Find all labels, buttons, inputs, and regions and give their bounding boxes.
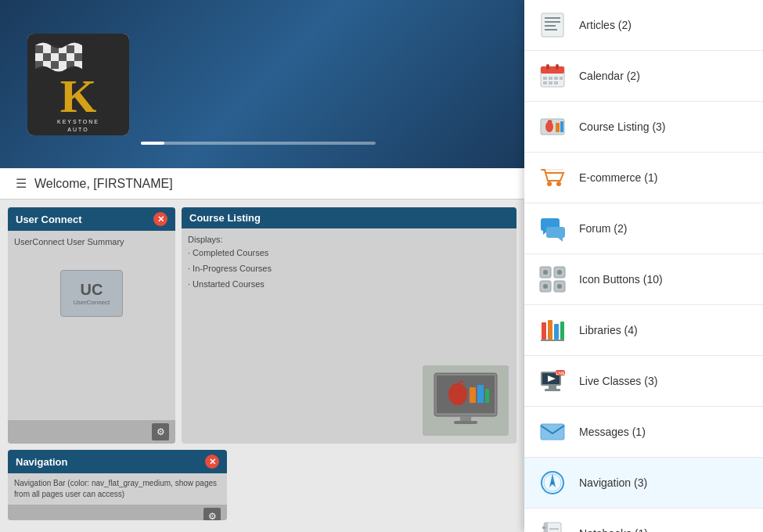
- svg-rect-60: [541, 340, 564, 341]
- svg-point-54: [543, 284, 548, 289]
- dropdown-item-forum[interactable]: Forum (2): [524, 203, 763, 254]
- course-listing-icon: [537, 111, 568, 142]
- user-connect-settings-button[interactable]: ⚙: [152, 423, 169, 440]
- hamburger-icon[interactable]: ☰: [16, 176, 27, 191]
- uc-icon-text: UC: [81, 281, 103, 299]
- calendar-icon: [537, 60, 568, 92]
- notebooks-label: Notebooks (1): [579, 527, 648, 532]
- dropdown-panel: Articles (2) Calendar (2): [524, 0, 763, 532]
- header-banner: K KEYSTONE AUTO: [0, 0, 524, 168]
- svg-rect-18: [477, 385, 484, 403]
- dropdown-item-course-listing[interactable]: Course Listing (3): [524, 102, 763, 153]
- svg-rect-65: [545, 389, 560, 391]
- icon-buttons-label: Icon Buttons (10): [579, 273, 663, 286]
- course-item-completed: · Completed Courses: [188, 246, 510, 261]
- svg-rect-17: [470, 387, 476, 403]
- svg-rect-29: [546, 64, 549, 70]
- svg-rect-64: [549, 386, 556, 389]
- icon-buttons-icon: [537, 264, 568, 295]
- dropdown-item-articles[interactable]: Articles (2): [524, 0, 763, 51]
- dropdown-item-live-classes[interactable]: LIVE Live Classes (3): [524, 356, 763, 407]
- messages-label: Messages (1): [579, 426, 646, 438]
- svg-text:LIVE: LIVE: [556, 371, 565, 376]
- slider-thumb: [141, 142, 164, 145]
- svg-rect-68: [541, 424, 564, 440]
- navigation-icon: [537, 467, 568, 498]
- svg-rect-5: [59, 53, 67, 61]
- course-displays-label: Displays:: [188, 235, 510, 244]
- svg-rect-33: [554, 77, 558, 80]
- navigation-widget-body: Navigation Bar (color: nav_flat_gray_med…: [8, 473, 227, 505]
- svg-rect-8: [51, 61, 59, 69]
- course-item-unstarted: · Unstarted Courses: [188, 277, 510, 293]
- svg-rect-31: [543, 77, 547, 80]
- svg-rect-1: [35, 45, 43, 53]
- dropdown-item-notebooks[interactable]: Notebooks (1): [524, 509, 763, 532]
- ecommerce-label: E-commerce (1): [579, 171, 657, 184]
- articles-label: Articles (2): [579, 19, 632, 31]
- svg-rect-20: [460, 416, 471, 421]
- svg-rect-40: [556, 123, 560, 132]
- svg-rect-37: [554, 81, 558, 84]
- top-widget-row: User Connect ✕ UserConnect User Summary …: [8, 207, 516, 444]
- dropdown-item-navigation[interactable]: Navigation (3): [524, 458, 763, 509]
- svg-rect-26: [545, 29, 557, 31]
- navigation-widget-title: Navigation: [16, 456, 67, 468]
- logo-container: K KEYSTONE AUTO: [16, 16, 141, 153]
- bottom-widget-row: Navigation ✕ Navigation Bar (color: nav_…: [8, 450, 516, 520]
- dropdown-item-calendar[interactable]: Calendar (2): [524, 51, 763, 102]
- svg-rect-78: [549, 528, 559, 530]
- user-connect-summary-text: UserConnect User Summary: [14, 237, 169, 246]
- dropdown-item-ecommerce[interactable]: E-commerce (1): [524, 153, 763, 203]
- user-connect-body: UserConnect User Summary UC UserConnect: [8, 231, 175, 420]
- libraries-label: Libraries (4): [579, 324, 638, 336]
- svg-rect-56: [542, 322, 546, 340]
- messages-icon: [537, 416, 568, 448]
- navigation-widget-close-button[interactable]: ✕: [205, 455, 219, 469]
- course-displays-list: · Completed Courses · In-Progress Course…: [188, 246, 510, 292]
- svg-point-52: [543, 270, 548, 275]
- svg-rect-30: [556, 64, 559, 70]
- forum-label: Forum (2): [579, 222, 627, 235]
- svg-point-55: [557, 284, 562, 289]
- slider-bar[interactable]: [141, 142, 376, 145]
- navigation-widget: Navigation ✕ Navigation Bar (color: nav_…: [8, 450, 227, 520]
- svg-rect-3: [67, 45, 74, 53]
- svg-rect-46: [546, 227, 565, 238]
- course-listing-title: Course Listing: [189, 212, 261, 224]
- svg-text:AUTO: AUTO: [67, 127, 88, 132]
- svg-rect-4: [43, 53, 51, 61]
- svg-rect-34: [560, 77, 563, 80]
- course-listing-body: Displays: · Completed Courses · In-Progr…: [182, 228, 516, 444]
- live-classes-icon: LIVE: [537, 365, 568, 397]
- svg-rect-58: [554, 324, 559, 340]
- user-connect-close-button[interactable]: ✕: [153, 212, 167, 226]
- navigation-widget-text: Navigation Bar (color: nav_flat_gray_med…: [14, 478, 221, 500]
- navigation-widget-footer: ⚙: [8, 505, 227, 520]
- dropdown-item-libraries[interactable]: Libraries (4): [524, 305, 763, 356]
- svg-rect-23: [545, 17, 560, 19]
- svg-point-39: [545, 121, 553, 132]
- dropdown-item-icon-buttons[interactable]: Icon Buttons (10): [524, 254, 763, 305]
- user-connect-widget: User Connect ✕ UserConnect User Summary …: [8, 207, 175, 444]
- calendar-label: Calendar (2): [579, 70, 640, 82]
- widget-grid: User Connect ✕ UserConnect User Summary …: [0, 200, 524, 528]
- svg-rect-6: [74, 53, 82, 61]
- svg-rect-19: [485, 389, 489, 403]
- svg-rect-9: [67, 61, 74, 69]
- navigation-widget-settings-button[interactable]: ⚙: [203, 508, 221, 520]
- svg-rect-75: [542, 527, 545, 529]
- svg-text:KEYSTONE: KEYSTONE: [57, 119, 99, 124]
- svg-marker-71: [549, 473, 556, 487]
- notebooks-icon: [537, 518, 568, 532]
- dropdown-item-messages[interactable]: Messages (1): [524, 407, 763, 458]
- course-listing-header: Course Listing: [182, 207, 516, 228]
- svg-rect-25: [545, 25, 556, 27]
- uc-icon-sub: UserConnect: [74, 299, 110, 306]
- header-slider-area: [141, 16, 509, 153]
- course-listing-label: Course Listing (3): [579, 120, 666, 133]
- svg-rect-41: [560, 121, 563, 132]
- svg-rect-36: [549, 81, 552, 84]
- svg-marker-47: [558, 238, 563, 242]
- forum-icon: [537, 213, 568, 244]
